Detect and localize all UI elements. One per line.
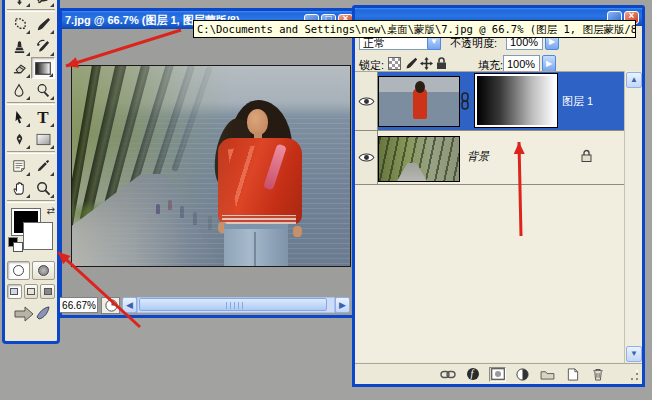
background-thumbnail[interactable] <box>378 136 460 182</box>
zoom-tool[interactable] <box>31 177 55 199</box>
brush-tool[interactable] <box>31 13 55 35</box>
new-group-icon[interactable] <box>539 367 556 382</box>
scroll-right-button[interactable]: ▶ <box>335 297 350 313</box>
eye-icon <box>358 96 375 107</box>
clock-icon <box>104 298 119 313</box>
link-layers-icon[interactable] <box>439 367 456 382</box>
pen-tool[interactable] <box>7 128 31 150</box>
background-lock-icon <box>581 149 592 167</box>
zoom-level-field[interactable]: 66.67% <box>56 297 98 313</box>
notes-tool[interactable] <box>7 155 31 177</box>
visibility-toggle[interactable] <box>355 131 378 184</box>
visibility-toggle[interactable] <box>355 72 378 130</box>
horizontal-scrollbar[interactable]: ◀ ▶ <box>122 297 350 313</box>
adjustment-layer-icon[interactable] <box>514 367 531 382</box>
layer-row-background[interactable]: 背景 <box>355 131 624 185</box>
eyedropper-tool[interactable] <box>31 155 55 177</box>
panel-scrollbar[interactable]: ▲ ▼ <box>624 71 642 363</box>
path-selection-tool[interactable] <box>7 106 31 128</box>
standard-screen-button[interactable] <box>7 284 22 299</box>
scroll-thumb[interactable] <box>139 298 327 311</box>
color-swatches: ⇄ <box>7 205 57 257</box>
scroll-up-button[interactable]: ▲ <box>626 72 642 88</box>
hand-tool[interactable] <box>7 177 31 199</box>
woman-red-blouse <box>218 138 302 224</box>
fill-slider-arrow-icon[interactable]: ▶ <box>542 55 556 72</box>
mask-link-icon[interactable] <box>460 92 470 114</box>
scroll-left-button[interactable]: ◀ <box>122 297 137 313</box>
fullscreen-menubar-button[interactable] <box>24 284 39 299</box>
toolbox-palette: T ⇄ <box>2 0 60 344</box>
add-layer-mask-icon[interactable] <box>489 367 506 382</box>
edit-in-imageready-button[interactable] <box>11 303 51 323</box>
layers-panel: _ × 正常 ▼ 不透明度: 100% ▶ 锁定: 填充: 100% ▶ <box>352 5 645 387</box>
default-colors-icon[interactable] <box>8 237 22 251</box>
fullscreen-button[interactable] <box>40 284 55 299</box>
new-layer-icon[interactable] <box>564 367 581 382</box>
layer-name[interactable]: 背景 <box>467 149 489 164</box>
lasso-tool[interactable] <box>31 0 55 8</box>
masked-layer-woman <box>72 66 350 266</box>
layer-list: 图层 1 背景 <box>355 71 624 362</box>
path-tooltip: C:\Documents and Settings\new\桌面\蒙版\7.jp… <box>193 20 636 38</box>
layer-style-icon[interactable]: f <box>464 367 481 382</box>
layer-row-layer1[interactable]: 图层 1 <box>355 72 624 131</box>
lock-all-icon[interactable] <box>436 57 449 70</box>
fill-value-field[interactable]: 100% <box>503 55 540 72</box>
woman-jeans <box>224 224 288 267</box>
image-window-statusbar: 66.67% ◀ ▶ <box>62 296 356 315</box>
layer1-thumbnail[interactable] <box>378 76 460 127</box>
lock-position-icon[interactable] <box>420 57 433 70</box>
background-color-swatch[interactable] <box>24 223 52 249</box>
scroll-down-button[interactable]: ▼ <box>626 346 642 362</box>
patch-tool[interactable] <box>7 13 31 35</box>
layer-mask-thumbnail[interactable] <box>475 74 557 127</box>
standard-mode-button[interactable] <box>7 261 30 280</box>
photo-canvas[interactable] <box>71 65 351 267</box>
move-tool[interactable] <box>7 0 31 8</box>
opacity-label: 不透明度: <box>450 36 497 51</box>
layers-panel-footer: f <box>355 363 642 384</box>
type-tool[interactable]: T <box>31 106 55 128</box>
scroll-track[interactable] <box>137 297 335 313</box>
dodge-tool[interactable] <box>31 79 55 101</box>
clone-stamp-tool[interactable] <box>7 35 31 57</box>
swap-colors-icon[interactable]: ⇄ <box>47 205 55 216</box>
layer-name[interactable]: 图层 1 <box>562 94 593 109</box>
panel-resize-grip[interactable] <box>627 369 640 382</box>
lock-paint-icon[interactable] <box>405 57 418 70</box>
status-info-button[interactable] <box>101 297 120 314</box>
delete-layer-icon[interactable] <box>589 367 606 382</box>
gradient-tool[interactable] <box>31 57 55 79</box>
lock-transparency-icon[interactable] <box>388 57 401 70</box>
history-brush-tool[interactable] <box>31 35 55 57</box>
quick-mask-mode-button[interactable] <box>32 261 55 280</box>
blur-tool[interactable] <box>7 79 31 101</box>
eye-icon <box>358 152 375 163</box>
shape-tool[interactable] <box>31 128 55 150</box>
eraser-tool[interactable] <box>7 57 31 79</box>
